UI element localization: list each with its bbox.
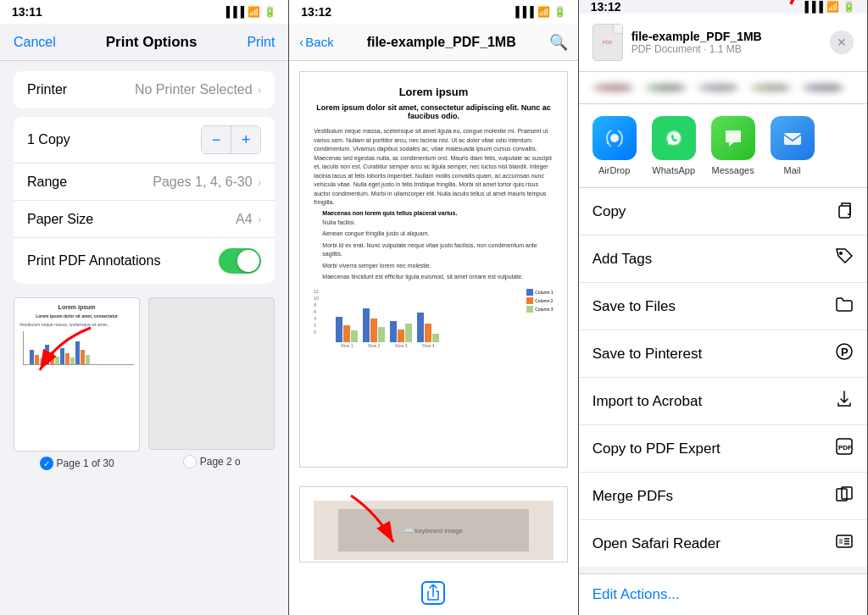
printer-label: Printer bbox=[27, 82, 67, 97]
copy-action-row[interactable]: Copy bbox=[579, 188, 867, 235]
chart-row1-label: Row 1 bbox=[336, 343, 358, 348]
status-bar-panel1: 13:11 ▐▐▐ 📶 🔋 bbox=[0, 0, 288, 24]
signal-icon: ▐▐▐ bbox=[223, 6, 245, 18]
print-button[interactable]: Print bbox=[247, 35, 275, 50]
paper-size-chevron-icon: › bbox=[258, 213, 262, 226]
import-to-acrobat-row[interactable]: Import to Acrobat bbox=[579, 378, 867, 425]
contact-avatar-1 bbox=[593, 84, 633, 91]
increment-button[interactable]: + bbox=[231, 126, 260, 153]
status-icons-panel1: ▐▐▐ 📶 🔋 bbox=[223, 6, 277, 18]
range-chevron-icon: › bbox=[258, 175, 262, 189]
cancel-button[interactable]: Cancel bbox=[14, 35, 56, 50]
chart-row4-label: Row 4 bbox=[417, 343, 439, 348]
share-icon bbox=[426, 585, 440, 601]
time-panel1: 13:11 bbox=[12, 5, 42, 19]
merge-pdfs-row[interactable]: Merge PDFs bbox=[579, 473, 867, 520]
mail-label: Mail bbox=[784, 165, 801, 175]
wifi-icon-p3: 📶 bbox=[826, 1, 839, 13]
edit-actions[interactable]: Edit Actions... bbox=[579, 573, 867, 615]
copy-stepper[interactable]: − + bbox=[201, 125, 261, 154]
save-to-pinterest-row[interactable]: Save to Pinterest P bbox=[579, 330, 867, 378]
contact-item-1[interactable] bbox=[593, 84, 633, 91]
save-to-pinterest-label: Save to Pinterest bbox=[593, 346, 702, 363]
wifi-icon-p2: 📶 bbox=[537, 6, 550, 18]
file-name: file-example_PDF_1MB bbox=[632, 30, 762, 43]
open-safari-reader-label: Open Safari Reader bbox=[593, 535, 721, 552]
pdf-preview-panel: 13:12 ▐▐▐ 📶 🔋 ‹ Back file-example_PDF_1M… bbox=[289, 0, 578, 615]
range-row[interactable]: Range Pages 1, 4, 6-30 › bbox=[14, 163, 275, 201]
copy-action-label: Copy bbox=[593, 203, 626, 220]
svg-text:PDF: PDF bbox=[838, 444, 852, 452]
time-panel2: 13:12 bbox=[301, 5, 331, 19]
pdf-content-area: Lorem ipsum Lorem ipsum dolor sit amet, … bbox=[289, 61, 577, 615]
contact-item-5[interactable] bbox=[803, 84, 843, 91]
pdf-page1: Lorem ipsum Lorem ipsum dolor sit amet, … bbox=[299, 71, 567, 468]
status-icons-panel2: ▐▐▐ 📶 🔋 bbox=[512, 6, 566, 18]
page1-image: Lorem ipsum Lorem ipsum dolor sit amet, … bbox=[14, 297, 140, 452]
page1-check-icon: ✓ bbox=[40, 457, 53, 470]
battery-icon-p2: 🔋 bbox=[554, 6, 566, 18]
chart-row2-label: Row 2 bbox=[363, 343, 385, 348]
pdf-bullet6: Maecenas tincidunt est efficitur ligula … bbox=[322, 273, 553, 282]
print-options-navbar: Cancel Print Options Print bbox=[0, 24, 288, 61]
airdrop-app[interactable]: AirDrop bbox=[593, 116, 637, 175]
messages-icon bbox=[711, 116, 755, 160]
page1-thumbnail[interactable]: Lorem ipsum Lorem ipsum dolor sit amet, … bbox=[14, 297, 140, 601]
pdf-page2: ⌨️ keyboard image bbox=[299, 486, 567, 562]
paper-size-row[interactable]: Paper Size A4 › bbox=[14, 201, 275, 238]
add-tags-row[interactable]: Add Tags bbox=[579, 235, 867, 283]
save-to-files-row[interactable]: Save to Files bbox=[579, 283, 867, 330]
annotations-toggle[interactable] bbox=[219, 248, 261, 274]
merge-pdfs-icon bbox=[835, 485, 854, 507]
search-button[interactable]: 🔍 bbox=[549, 33, 568, 52]
page2-select-icon bbox=[183, 455, 197, 468]
svg-point-2 bbox=[610, 134, 619, 142]
pdf-title: Lorem ipsum bbox=[314, 86, 553, 98]
share-sheet-panel: 13:12 ▐▐▐ 📶 🔋 PDF file-example_PDF_1MB P… bbox=[579, 0, 868, 615]
pdf-filename: file-example_PDF_1MB bbox=[367, 35, 516, 50]
close-button[interactable]: ✕ bbox=[830, 30, 854, 54]
pdf-chart: 121086420 Row 1 bbox=[314, 289, 553, 348]
copy-action-icon bbox=[835, 200, 854, 223]
decrement-button[interactable]: − bbox=[202, 126, 231, 153]
share-button-area bbox=[292, 574, 574, 612]
merge-pdfs-label: Merge PDFs bbox=[593, 488, 673, 505]
share-button[interactable] bbox=[421, 581, 445, 605]
page2-label: Page 2 o bbox=[148, 455, 275, 468]
whatsapp-label: WhatsApp bbox=[652, 165, 695, 175]
pdf-bullet1: Maecenas non lorem quis tellus placerat … bbox=[322, 210, 553, 216]
page2-thumbnail[interactable]: Page 2 o bbox=[148, 297, 275, 601]
action-list: Copy Add Tags Save to Files bbox=[579, 188, 867, 567]
copy-to-pdfexpert-row[interactable]: Copy to PDF Expert PDF bbox=[579, 425, 867, 473]
file-info: PDF file-example_PDF_1MB PDF Document · … bbox=[593, 24, 762, 61]
contact-item-2[interactable] bbox=[645, 84, 686, 91]
keyboard-image: ⌨️ keyboard image bbox=[338, 509, 530, 551]
status-bar-panel3: 13:12 ▐▐▐ 📶 🔋 bbox=[579, 0, 867, 14]
back-button[interactable]: ‹ Back bbox=[299, 35, 333, 49]
mail-app[interactable]: Mail bbox=[771, 116, 815, 175]
annotations-row[interactable]: Print PDF Annotations bbox=[14, 238, 275, 284]
open-safari-reader-row[interactable]: Open Safari Reader bbox=[579, 520, 867, 567]
acrobat-icon bbox=[835, 390, 854, 413]
messages-app[interactable]: Messages bbox=[711, 116, 755, 175]
add-tags-label: Add Tags bbox=[593, 251, 653, 268]
pdf-bullet3: Aenean congue fringilla justo ut aliquam… bbox=[322, 230, 553, 239]
svg-rect-4 bbox=[784, 133, 801, 145]
contact-item-3[interactable] bbox=[698, 84, 738, 91]
printer-row[interactable]: Printer No Printer Selected › bbox=[14, 71, 275, 108]
paper-size-label: Paper Size bbox=[27, 212, 93, 227]
pinterest-icon: P bbox=[835, 342, 854, 365]
printer-value: No Printer Selected › bbox=[135, 82, 261, 97]
svg-point-6 bbox=[839, 252, 843, 255]
contacts-row bbox=[579, 72, 867, 104]
status-bar-panel2: 13:12 ▐▐▐ 📶 🔋 bbox=[289, 0, 577, 24]
page2-image bbox=[148, 297, 275, 450]
share-file-header: PDF file-example_PDF_1MB PDF Document · … bbox=[579, 14, 867, 72]
signal-icon-p3: ▐▐▐ bbox=[801, 1, 823, 13]
whatsapp-app[interactable]: WhatsApp bbox=[652, 116, 696, 175]
options-group: 1 Copy − + Range Pages 1, 4, 6-30 › Pape… bbox=[14, 117, 275, 284]
contact-item-4[interactable] bbox=[750, 84, 791, 91]
whatsapp-icon bbox=[652, 116, 696, 160]
contact-avatar-4 bbox=[750, 84, 791, 91]
file-size: PDF Document · 1.1 MB bbox=[632, 43, 762, 55]
